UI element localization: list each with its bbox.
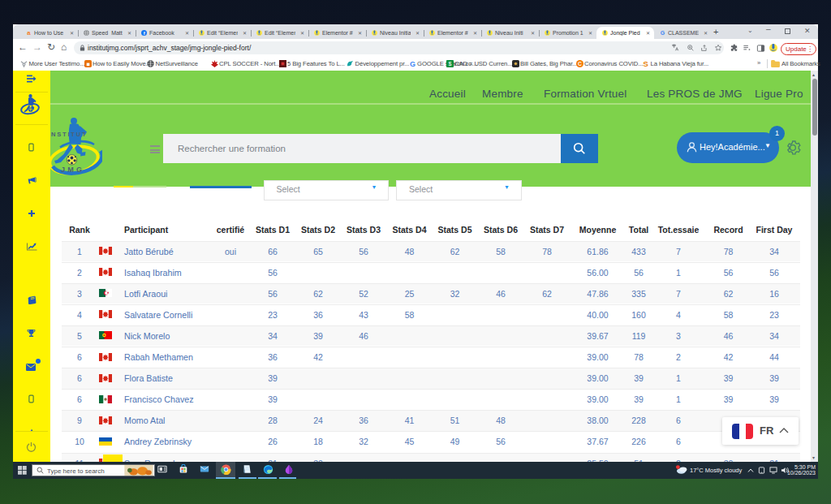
svg-text:S: S	[643, 60, 648, 67]
svg-text:G: G	[661, 30, 665, 36]
svg-text:a: a	[27, 30, 31, 36]
svg-text:C: C	[578, 61, 582, 67]
svg-text:f: f	[144, 31, 145, 36]
svg-text:G: G	[409, 60, 415, 67]
svg-text:JMG: JMG	[61, 166, 84, 174]
svg-text:NSTITUT: NSTITUT	[51, 131, 87, 138]
svg-text:$: $	[448, 60, 451, 67]
